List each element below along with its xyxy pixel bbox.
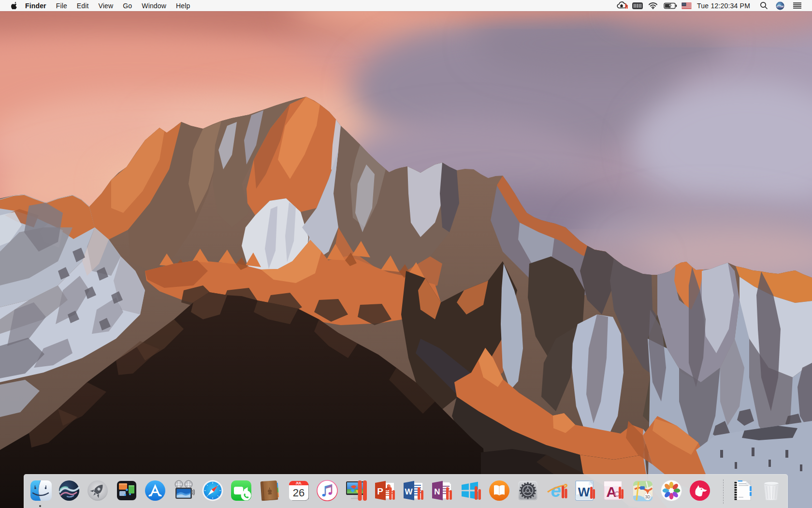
svg-text:JUL: JUL	[295, 481, 302, 485]
svg-text:N: N	[434, 487, 440, 496]
svg-text:26: 26	[293, 487, 304, 499]
svg-text:W: W	[578, 485, 590, 499]
svg-text:P: P	[377, 486, 383, 496]
svg-text:e: e	[551, 480, 561, 501]
svg-text:A: A	[606, 484, 617, 500]
svg-text:W: W	[405, 487, 413, 496]
svg-text:3D: 3D	[645, 494, 651, 499]
